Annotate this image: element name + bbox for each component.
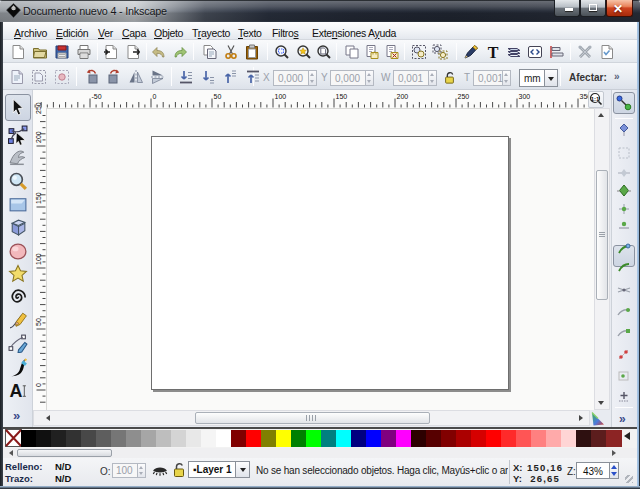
- svg-text:0: 0: [35, 383, 42, 387]
- svg-text:250: 250: [35, 102, 42, 114]
- svg-text:-50: -50: [92, 93, 102, 100]
- svg-text:150: 150: [336, 93, 348, 100]
- svg-text:1:1: 1:1: [591, 96, 600, 102]
- svg-text:250: 250: [458, 93, 470, 100]
- svg-text:100: 100: [275, 93, 287, 100]
- svg-text:300: 300: [519, 93, 531, 100]
- svg-text:100: 100: [35, 253, 42, 265]
- svg-text:150: 150: [35, 192, 42, 204]
- svg-text:200: 200: [35, 131, 42, 143]
- svg-text:200: 200: [397, 93, 409, 100]
- svg-text:50: 50: [35, 318, 42, 326]
- svg-text:0: 0: [153, 93, 157, 100]
- svg-text:50: 50: [214, 93, 222, 100]
